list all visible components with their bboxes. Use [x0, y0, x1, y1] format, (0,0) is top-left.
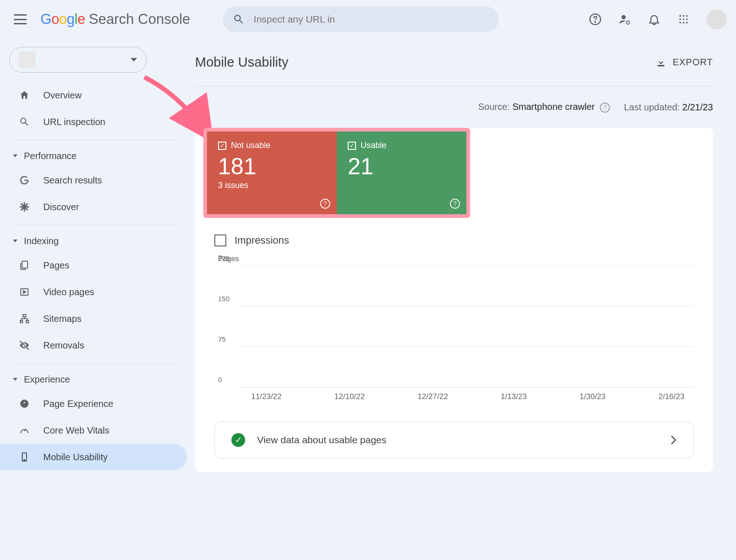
sidebar-item-pages[interactable]: Pages [0, 252, 187, 279]
sidebar-section-indexing[interactable]: Indexing [0, 230, 190, 252]
checkbox-icon [218, 142, 226, 150]
sidebar-item-overview[interactable]: Overview [0, 82, 187, 109]
check-circle-icon: ✓ [231, 433, 245, 447]
svg-rect-15 [23, 314, 26, 317]
search-bar[interactable] [223, 6, 499, 32]
sidebar-item-discover[interactable]: Discover [0, 194, 187, 220]
people-settings-icon[interactable] [618, 13, 631, 26]
sidebar-section-experience[interactable]: Experience [0, 368, 190, 390]
svg-rect-16 [20, 320, 23, 323]
checkbox-icon [348, 142, 356, 150]
help-icon[interactable]: ? [450, 199, 460, 209]
impressions-checkbox[interactable] [214, 234, 226, 246]
y-axis-title: Pages [218, 255, 694, 263]
svg-rect-17 [26, 320, 29, 323]
chart: Pages 225 150 75 0 11/23/22 12/10/22 12/… [214, 255, 694, 401]
asterisk-icon [18, 201, 30, 213]
sidebar-item-search-results[interactable]: Search results [0, 167, 187, 194]
download-icon [656, 57, 666, 68]
help-icon[interactable] [589, 13, 602, 26]
sidebar-item-sitemaps[interactable]: Sitemaps [0, 305, 187, 332]
search-input[interactable] [254, 14, 489, 25]
product-name: Search Console [89, 11, 190, 28]
svg-point-2 [621, 15, 626, 19]
svg-point-9 [686, 18, 688, 20]
sidebar-item-mobile-usability[interactable]: Mobile Usability [0, 444, 187, 470]
page-title: Mobile Usability [195, 55, 288, 70]
svg-point-5 [683, 15, 684, 17]
sidebar-section-performance[interactable]: Performance [0, 145, 190, 167]
removals-icon [18, 339, 30, 351]
sitemap-icon [18, 313, 30, 325]
search-icon [18, 116, 30, 128]
property-thumb [19, 51, 35, 68]
sidebar-item-video-pages[interactable]: Video pages [0, 279, 187, 305]
menu-icon [14, 14, 27, 24]
sidebar-item-label: URL inspection [43, 117, 105, 127]
svg-point-7 [679, 18, 681, 20]
home-icon [18, 89, 30, 101]
svg-point-10 [679, 22, 681, 24]
svg-point-1 [595, 22, 596, 23]
chevron-down-icon [131, 58, 137, 62]
source-info: Source: Smartphone crawler ? [478, 102, 610, 113]
svg-point-11 [683, 22, 684, 24]
stat-count: 21 [348, 153, 455, 180]
stats-highlight: Not usable 181 3 issues ? Usable 21 ? [203, 128, 470, 218]
sidebar-item-cwv[interactable]: Core Web Vitals [0, 417, 187, 444]
avatar[interactable] [707, 9, 727, 29]
stat-sub: 3 issues [218, 181, 326, 190]
stat-not-usable[interactable]: Not usable 181 3 issues ? [207, 131, 337, 214]
mobile-icon [18, 451, 30, 463]
export-button[interactable]: EXPORT [656, 57, 713, 68]
help-icon[interactable]: ? [600, 103, 610, 113]
view-data-button[interactable]: ✓ View data about usable pages [214, 422, 694, 458]
page-experience-icon [18, 398, 30, 410]
cwv-icon [18, 424, 30, 436]
export-label: EXPORT [673, 57, 713, 68]
svg-point-18 [20, 400, 29, 408]
caret-icon [13, 378, 17, 381]
notifications-icon[interactable] [648, 13, 661, 26]
svg-point-12 [686, 22, 688, 24]
chevron-right-icon [670, 435, 677, 445]
video-icon [18, 286, 30, 298]
caret-icon [13, 240, 17, 242]
stat-usable[interactable]: Usable 21 ? [337, 131, 466, 214]
svg-point-4 [679, 15, 681, 17]
logo: Google Search Console [40, 11, 190, 28]
menu-button[interactable] [9, 10, 31, 29]
svg-point-8 [683, 18, 684, 20]
impressions-label: Impressions [235, 234, 289, 246]
sidebar-item-url-inspection[interactable]: URL inspection [0, 109, 187, 135]
updated-info: Last updated: 2/21/23 [624, 102, 713, 113]
caret-icon [13, 154, 17, 157]
g-icon [18, 174, 30, 186]
pages-icon [18, 259, 30, 271]
svg-point-20 [24, 460, 25, 461]
property-selector[interactable] [9, 47, 147, 73]
help-icon[interactable]: ? [320, 199, 330, 209]
google-logo: Google [40, 11, 85, 28]
sidebar-item-removals[interactable]: Removals [0, 332, 187, 359]
sidebar-item-label: Overview [43, 90, 81, 101]
search-icon [233, 13, 245, 25]
sidebar-item-page-experience[interactable]: Page Experience [0, 390, 187, 417]
svg-rect-13 [22, 261, 28, 268]
apps-icon[interactable] [677, 13, 690, 26]
svg-point-6 [686, 15, 688, 17]
stat-count: 181 [218, 153, 326, 180]
